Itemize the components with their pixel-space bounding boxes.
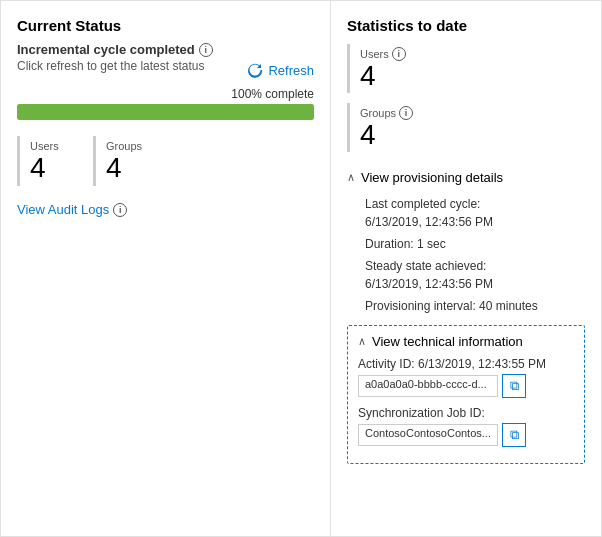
sync-job-row: ContosoContosoContos... ⧉ [358,423,574,447]
users-label: Users [30,140,67,152]
stats-row: Users 4 Groups 4 [17,136,314,186]
technical-info-section: ∧ View technical information Activity ID… [347,325,585,464]
provisioning-details-header[interactable]: ∧ View provisioning details [347,166,585,189]
activity-id-row: a0a0a0a0-bbbb-cccc-d... ⧉ [358,374,574,398]
technical-info-header[interactable]: ∧ View technical information [358,334,574,349]
right-users-info-icon[interactable]: i [392,47,406,61]
audit-info-icon[interactable]: i [113,203,127,217]
sync-job-label: Synchronization Job ID: [358,406,574,420]
technical-info-label: View technical information [372,334,523,349]
users-value: 4 [30,154,67,182]
provisioning-details-content: Last completed cycle: 6/13/2019, 12:43:5… [347,189,585,315]
statistics-title: Statistics to date [347,17,585,34]
click-refresh-text: Click refresh to get the latest status [17,59,204,73]
duration-row: Duration: 1 sec [365,235,585,253]
copy-icon-2: ⧉ [510,427,519,443]
refresh-row: Click refresh to get the latest status R… [17,59,314,81]
progress-bar-fill [17,104,314,120]
copy-icon-1: ⧉ [510,378,519,394]
activity-id-input[interactable]: a0a0a0a0-bbbb-cccc-d... [358,375,498,397]
groups-stat-box: Groups 4 [93,136,153,186]
cycle-info-icon[interactable]: i [199,43,213,57]
left-panel: Current Status Incremental cycle complet… [1,1,331,536]
interval-row: Provisioning interval: 40 minutes [365,297,585,315]
sync-job-input[interactable]: ContosoContosoContos... [358,424,498,446]
sync-job-copy-button[interactable]: ⧉ [502,423,526,447]
technical-info-content: Activity ID: 6/13/2019, 12:43:55 PM a0a0… [358,357,574,447]
users-stat-box: Users 4 [17,136,77,186]
right-users-value: 4 [360,62,575,90]
groups-value: 4 [106,154,143,182]
activity-id-label: Activity ID: 6/13/2019, 12:43:55 PM [358,357,574,371]
current-status-title: Current Status [17,17,314,34]
right-groups-value: 4 [360,121,575,149]
right-users-label: Users i [360,47,575,61]
right-panel: Statistics to date Users i 4 Groups i 4 … [331,1,601,536]
groups-label: Groups [106,140,143,152]
provisioning-details-label: View provisioning details [361,170,503,185]
provisioning-details-section: ∧ View provisioning details Last complet… [347,166,585,315]
right-stats-row: Users i 4 Groups i 4 [347,44,585,152]
view-audit-logs-link[interactable]: View Audit Logs i [17,202,314,217]
provisioning-chevron-icon: ∧ [347,171,355,184]
cycle-status-label: Incremental cycle completed i [17,42,314,57]
refresh-label: Refresh [268,63,314,78]
refresh-button[interactable]: Refresh [247,62,314,78]
activity-id-copy-button[interactable]: ⧉ [502,374,526,398]
right-groups-label: Groups i [360,106,575,120]
progress-bar [17,104,314,120]
last-completed-row: Last completed cycle: 6/13/2019, 12:43:5… [365,195,585,231]
right-users-box: Users i 4 [347,44,585,93]
tech-chevron-icon: ∧ [358,335,366,348]
steady-state-row: Steady state achieved: 6/13/2019, 12:43:… [365,257,585,293]
right-groups-info-icon[interactable]: i [399,106,413,120]
right-groups-box: Groups i 4 [347,103,585,152]
refresh-icon [247,62,263,78]
progress-label: 100% complete [17,87,314,101]
